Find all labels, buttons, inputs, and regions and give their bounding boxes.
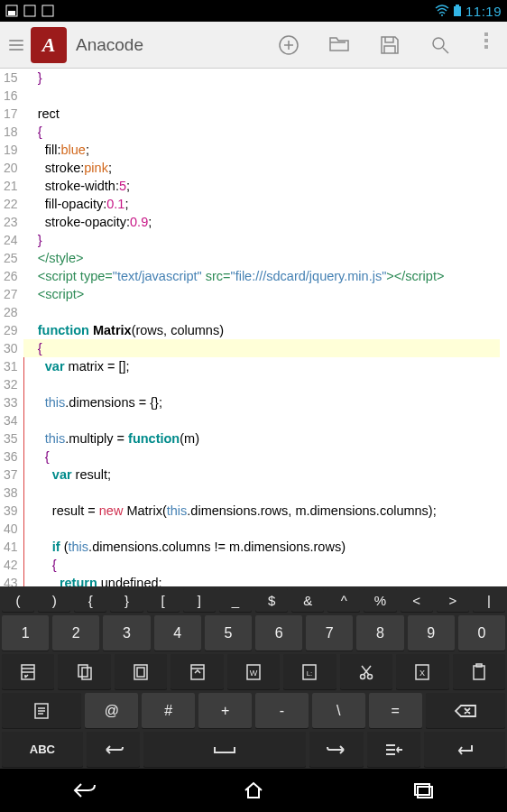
key-{[interactable]: { — [74, 588, 106, 612]
keyboard-control-row: ABC — [0, 730, 507, 769]
svg-text:W: W — [250, 669, 258, 678]
key-paste[interactable] — [115, 654, 167, 689]
key-backspace[interactable] — [426, 693, 505, 728]
battery-icon — [453, 5, 462, 17]
key-2[interactable]: 2 — [52, 615, 99, 651]
key-0[interactable]: 0 — [458, 615, 505, 651]
indent-guide — [23, 357, 24, 586]
svg-rect-5 — [454, 6, 461, 16]
key-6[interactable]: 6 — [255, 615, 302, 651]
key-)[interactable]: ) — [38, 588, 70, 612]
svg-text:X: X — [419, 669, 425, 678]
key-#[interactable]: # — [142, 693, 195, 728]
keyboard-operator-row: @#+-\= — [0, 691, 507, 730]
nav-home-button[interactable] — [235, 777, 272, 804]
overflow-menu-button[interactable] — [478, 32, 494, 58]
android-nav-bar — [0, 769, 507, 812]
key-undo[interactable] — [87, 732, 141, 767]
key-abc[interactable]: ABC — [2, 732, 83, 767]
key-%[interactable]: % — [364, 588, 396, 612]
key-3[interactable]: 3 — [103, 615, 150, 651]
svg-line-11 — [443, 48, 448, 53]
key-copy[interactable] — [58, 654, 110, 689]
new-file-button[interactable] — [276, 32, 301, 58]
key-\[interactable]: \ — [312, 693, 365, 728]
app-bar: A Anacode — [0, 22, 507, 69]
key-indent[interactable] — [367, 732, 421, 767]
key-4[interactable]: 4 — [154, 615, 201, 651]
key-+[interactable]: + — [198, 693, 252, 728]
key-line[interactable]: L: — [283, 654, 336, 689]
key-<[interactable]: < — [401, 588, 433, 612]
key-excel[interactable]: X — [396, 654, 448, 689]
key-_[interactable]: _ — [219, 588, 252, 612]
key-][interactable]: ] — [183, 588, 216, 612]
key-clipboard[interactable] — [453, 654, 505, 689]
svg-rect-28 — [474, 666, 484, 679]
key-space[interactable] — [143, 732, 305, 767]
app-logo: A — [31, 27, 67, 63]
key-cut[interactable] — [340, 654, 392, 689]
key-([interactable]: ( — [2, 588, 34, 612]
svg-rect-17 — [191, 665, 204, 679]
key-=[interactable]: = — [369, 693, 422, 728]
svg-point-10 — [433, 38, 444, 49]
notification-icon — [41, 5, 54, 17]
soft-keyboard: (){}[]_$&^%<>| 1234567890 W L: X @#+-\= … — [0, 586, 507, 769]
svg-rect-2 — [24, 5, 35, 16]
line-number-gutter: 1516171819202122232425262728293031323334… — [0, 69, 23, 586]
key-5[interactable]: 5 — [205, 615, 252, 651]
key-enter[interactable] — [424, 732, 505, 767]
open-folder-button[interactable] — [327, 32, 352, 58]
status-bar: 11:19 — [0, 0, 507, 22]
key--[interactable]: - — [255, 693, 309, 728]
code-content[interactable]: } rect { fill:blue; stroke:pink; stroke-… — [23, 69, 507, 586]
notification-icon — [23, 5, 36, 17]
svg-rect-1 — [8, 11, 15, 15]
key-word[interactable]: W — [227, 654, 280, 689]
key-[[interactable]: [ — [147, 588, 180, 612]
key-|[interactable]: | — [473, 588, 505, 612]
notification-icon — [5, 5, 18, 17]
nav-recent-button[interactable] — [404, 777, 440, 804]
keyboard-number-row: 1234567890 — [0, 614, 507, 652]
wifi-icon — [435, 5, 449, 17]
key-^[interactable]: ^ — [327, 588, 360, 612]
svg-point-4 — [441, 14, 443, 16]
code-editor[interactable]: 1516171819202122232425262728293031323334… — [0, 69, 507, 586]
key-7[interactable]: 7 — [306, 615, 353, 651]
svg-text:L:: L: — [307, 669, 313, 678]
key-redo[interactable] — [309, 732, 364, 767]
key-1[interactable]: 1 — [2, 615, 49, 651]
key-@[interactable]: @ — [85, 693, 138, 728]
keyboard-symbol-row: (){}[]_$&^%<>| — [0, 586, 507, 614]
nav-back-button[interactable] — [67, 777, 103, 804]
drawer-toggle[interactable] — [5, 36, 27, 54]
keyboard-function-row: W L: X — [0, 652, 507, 691]
key-9[interactable]: 9 — [408, 615, 455, 651]
key->[interactable]: > — [437, 588, 469, 612]
clock: 11:19 — [466, 4, 502, 19]
svg-rect-14 — [82, 668, 91, 679]
key-doc-prev[interactable] — [2, 654, 54, 689]
status-notification-icons — [5, 5, 54, 17]
key-$[interactable]: $ — [255, 588, 288, 612]
key-&[interactable]: & — [291, 588, 324, 612]
key-format[interactable] — [2, 693, 81, 728]
svg-rect-3 — [42, 5, 53, 16]
svg-rect-13 — [78, 665, 88, 677]
key-doc-nav[interactable] — [171, 654, 223, 689]
key-}[interactable]: } — [110, 588, 143, 612]
save-button[interactable] — [377, 32, 402, 58]
search-button[interactable] — [428, 32, 453, 58]
app-title: Anacode — [76, 35, 143, 55]
svg-rect-16 — [137, 668, 144, 677]
key-8[interactable]: 8 — [356, 615, 403, 651]
svg-rect-6 — [456, 5, 459, 6]
